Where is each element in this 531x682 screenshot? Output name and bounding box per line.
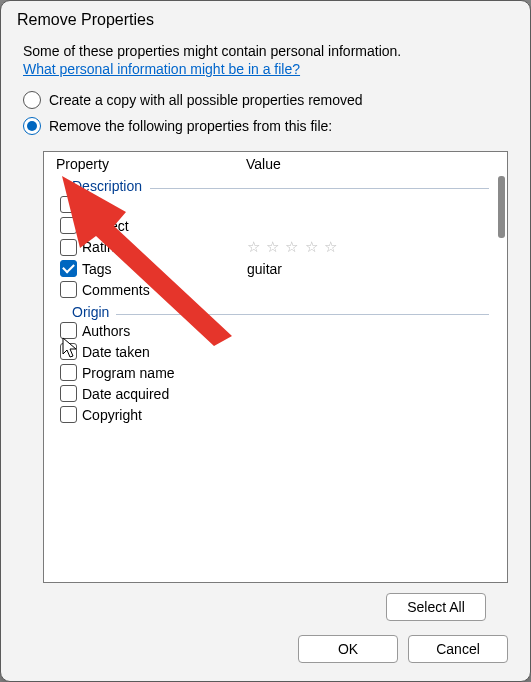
row-date-taken[interactable]: Date taken [54,341,507,362]
label-program-name: Program name [82,365,247,381]
label-subject: Subject [82,218,247,234]
label-tags: Tags [82,261,247,277]
radio-label: Create a copy with all possible properti… [49,92,363,108]
checkbox-program-name[interactable] [60,364,77,381]
radio-icon [23,117,41,135]
row-copyright[interactable]: Copyright [54,404,507,425]
row-comments[interactable]: Comments [54,279,507,300]
label-copyright: Copyright [82,407,247,423]
row-program-name[interactable]: Program name [54,362,507,383]
cancel-button[interactable]: Cancel [408,635,508,663]
row-subject[interactable]: Subject [54,215,507,236]
label-comments: Comments [82,282,247,298]
group-description: Description [54,174,507,194]
checkbox-date-acquired[interactable] [60,385,77,402]
radio-label: Remove the following properties from thi… [49,118,332,134]
list-body: Description Title Subject Rating ☆ ☆ ☆ ☆… [44,174,507,582]
dialog-footer: OK Cancel [1,621,530,681]
value-tags: guitar [247,261,507,277]
column-property[interactable]: Property [56,156,246,172]
radio-remove-following[interactable]: Remove the following properties from thi… [23,117,508,135]
row-title[interactable]: Title [54,194,507,215]
properties-list: Property Value Description Title Subject [43,151,508,583]
row-date-acquired[interactable]: Date acquired [54,383,507,404]
help-link[interactable]: What personal information might be in a … [23,61,508,77]
checkbox-tags[interactable] [60,260,77,277]
row-rating[interactable]: Rating ☆ ☆ ☆ ☆ ☆ [54,236,507,258]
label-authors: Authors [82,323,247,339]
group-origin: Origin [54,300,507,320]
column-value[interactable]: Value [246,156,507,172]
label-rating: Rating [82,239,247,255]
checkbox-subject[interactable] [60,217,77,234]
row-authors[interactable]: Authors [54,320,507,341]
checkbox-authors[interactable] [60,322,77,339]
checkbox-rating[interactable] [60,239,77,256]
select-all-button[interactable]: Select All [386,593,486,621]
value-rating: ☆ ☆ ☆ ☆ ☆ [247,238,507,256]
label-title: Title [82,197,247,213]
dialog-content: Some of these properties might contain p… [1,37,530,621]
checkbox-title[interactable] [60,196,77,213]
list-header: Property Value [44,152,507,174]
checkbox-copyright[interactable] [60,406,77,423]
remove-properties-dialog: Remove Properties Some of these properti… [0,0,531,682]
checkbox-comments[interactable] [60,281,77,298]
label-date-taken: Date taken [82,344,247,360]
select-all-row: Select All [23,583,508,621]
radio-icon [23,91,41,109]
intro-text: Some of these properties might contain p… [23,43,508,59]
dialog-title: Remove Properties [1,1,530,37]
checkbox-date-taken[interactable] [60,343,77,360]
ok-button[interactable]: OK [298,635,398,663]
label-date-acquired: Date acquired [82,386,247,402]
row-tags[interactable]: Tags guitar [54,258,507,279]
radio-create-copy[interactable]: Create a copy with all possible properti… [23,91,508,109]
